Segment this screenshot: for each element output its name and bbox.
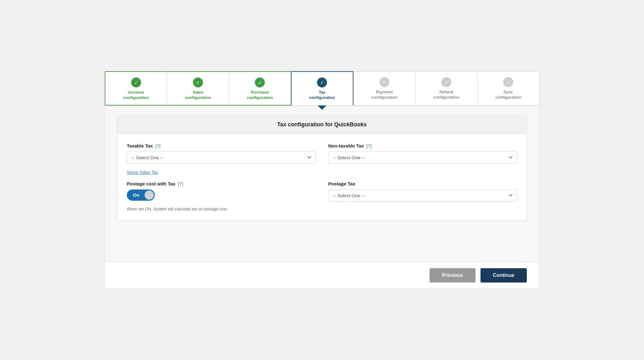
tax-row: Taxable Tax [?] -- Select One -- Non-tax… [127, 143, 517, 164]
continue-button[interactable]: Continue [481, 268, 527, 283]
postage-cost-label: Postage cost with Tax [?] [127, 181, 316, 186]
step-label-account: Accountconfiguration [123, 90, 149, 101]
postage-cost-group: Postage cost with Tax [?] On [127, 181, 316, 202]
nontaxable-tax-label: Non-taxable Tax [?] [328, 143, 517, 148]
step-icon-sales: ✓ [193, 77, 203, 87]
postage-row: Postage cost with Tax [?] On Postage Tax [127, 181, 517, 202]
step-sales[interactable]: ✓ Salesconfiguration [167, 71, 229, 105]
taxable-tax-select[interactable]: -- Select One -- [127, 152, 316, 164]
toggle-on-label: On [128, 191, 145, 199]
postage-tax-group: Postage Tax -- Select One -- [328, 181, 517, 202]
postage-tax-select[interactable]: -- Select One -- [328, 189, 517, 202]
main-content: Tax configuration for QuickBooks Taxable… [105, 106, 539, 262]
step-label-sync: Syncconfiguration [495, 90, 521, 100]
card-title: Tax configuration for QuickBooks [127, 121, 517, 128]
step-payment[interactable]: ✓ Paymentconfiguration [353, 71, 415, 105]
postage-cost-help[interactable]: [?] [178, 181, 183, 186]
taxable-tax-group: Taxable Tax [?] -- Select One -- [127, 143, 316, 164]
nontaxable-tax-help[interactable]: [?] [366, 143, 372, 148]
stepper: ✓ Accountconfiguration ✓ Salesconfigurat… [105, 71, 539, 106]
nontaxable-tax-group: Non-taxable Tax [?] -- Select One -- [328, 143, 517, 164]
step-tax[interactable]: ✓ Taxconfiguration [291, 71, 353, 105]
postage-tax-label: Postage Tax [328, 181, 517, 186]
step-icon-tax: ✓ [317, 77, 327, 87]
step-label-purchase: Purchaseconfiguration [247, 90, 273, 101]
step-refund[interactable]: ✓ Refundconfiguration [415, 71, 477, 105]
nontaxable-tax-select[interactable]: -- Select One -- [328, 152, 517, 164]
step-label-tax: Taxconfiguration [309, 90, 335, 101]
postage-cost-toggle[interactable]: On [127, 189, 155, 201]
footer-bar: Previous Continue [105, 262, 539, 289]
step-label-refund: Refundconfiguration [434, 90, 459, 100]
taxable-tax-help[interactable]: [?] [155, 143, 161, 148]
setup-sales-tax-link[interactable]: Setup Sales Tax [127, 170, 158, 175]
step-icon-account: ✓ [131, 77, 141, 87]
step-icon-purchase: ✓ [255, 77, 265, 87]
taxable-tax-label: Taxable Tax [?] [127, 143, 316, 148]
step-icon-refund: ✓ [441, 77, 451, 87]
toggle-knob [145, 190, 154, 200]
config-card-header: Tax configuration for QuickBooks [117, 116, 527, 134]
helper-text: When set ON, System will calculate tax o… [127, 207, 517, 211]
step-icon-sync: ✓ [503, 77, 513, 87]
step-account[interactable]: ✓ Accountconfiguration [105, 71, 167, 105]
toggle-wrapper: On [127, 189, 316, 201]
config-card: Tax configuration for QuickBooks Taxable… [117, 115, 527, 221]
previous-button[interactable]: Previous [430, 268, 476, 283]
step-purchase[interactable]: ✓ Purchaseconfiguration [229, 71, 291, 105]
config-card-body: Taxable Tax [?] -- Select One -- Non-tax… [117, 134, 527, 221]
step-label-payment: Paymentconfiguration [371, 90, 397, 100]
step-sync[interactable]: ✓ Syncconfiguration [477, 71, 539, 105]
step-icon-payment: ✓ [380, 77, 389, 87]
step-label-sales: Salesconfiguration [185, 90, 211, 101]
